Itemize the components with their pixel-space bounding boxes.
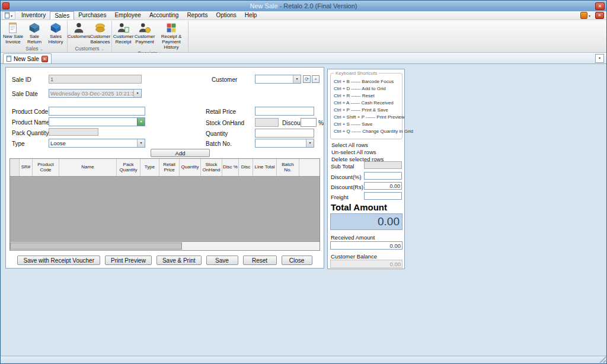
ribbon-group-receipts: Customer Receipt Customer Payment Receip… [112, 21, 189, 52]
total-amount-label: Total Amount [331, 202, 387, 212]
select-all-rows-link[interactable]: Select All rows [331, 142, 368, 148]
grid-column-disc-pct[interactable]: Disc % [222, 159, 239, 176]
ribbon: New Sale Invoice Sale Return Sales Histo… [1, 20, 606, 53]
child-close-button[interactable]: ✕ [595, 12, 604, 19]
menu-tab-inventory[interactable]: Inventory [17, 11, 50, 20]
save-with-receipt-voucher-button[interactable]: Save with Receipt Voucher [17, 256, 100, 265]
stock-onhand-label: Stock OnHand [206, 120, 244, 126]
invoice-icon [7, 21, 20, 34]
batch-no-combobox[interactable]: ▾ [255, 139, 314, 148]
receipt-payment-history-button[interactable]: Receipt & Payment History [155, 21, 187, 50]
discount-input[interactable] [301, 118, 317, 127]
customer-refresh-button[interactable]: ⟳ [303, 75, 311, 83]
grid-header: SR# Product Code Name Pack Quantity Type… [10, 159, 320, 177]
grid-column-product-code[interactable]: Product Code [33, 159, 59, 176]
status-bar [1, 356, 606, 363]
sales-history-button[interactable]: Sales History [45, 21, 66, 45]
grid-column-type[interactable]: Type [140, 159, 159, 176]
menu-tab-sales[interactable]: Sales [50, 11, 74, 20]
product-name-combobox[interactable]: ▾ [49, 117, 145, 126]
customers-button[interactable]: Customers [68, 21, 90, 40]
customer-combobox[interactable]: ▾ [255, 75, 301, 84]
resize-grip[interactable] [599, 356, 606, 363]
document-tab-strip: New Sale ✕ ▾ [1, 53, 606, 64]
chevron-down-icon: ⌄ [101, 47, 104, 51]
shortcut-item: Ctrl + S ------ Save [334, 121, 402, 128]
close-form-button[interactable]: Close [282, 256, 312, 265]
scrollbar-thumb[interactable] [10, 242, 182, 250]
sale-return-button[interactable]: Sale Return [24, 21, 45, 45]
menu-tab-options[interactable]: Options [212, 11, 240, 20]
chevron-down-icon[interactable]: ▾ [293, 75, 301, 83]
batch-no-value [255, 139, 306, 147]
calendar-dropdown-icon[interactable]: ▾ [133, 90, 141, 97]
retail-price-label: Retail Price [206, 108, 236, 115]
received-amount-input[interactable] [330, 241, 402, 250]
ribbon-button-label: Receipt & Payment History [155, 34, 187, 50]
grid-column-sr[interactable]: SR# [20, 159, 33, 176]
customer-balance-label: Customer Balance [331, 253, 377, 260]
grid-horizontal-scrollbar[interactable] [10, 241, 320, 250]
shortcut-item: Ctrl + Q ------ Change Quantity in Grid [334, 128, 402, 135]
grid-column-batch-no[interactable]: Batch No. [277, 159, 299, 176]
customer-receipt-button[interactable]: Customer Receipt [113, 21, 134, 45]
menu-tab-reports[interactable]: Reports [183, 11, 212, 20]
grid-column-stock-onhand[interactable]: Stock OnHand [201, 159, 222, 176]
grid-column-quantity[interactable]: Quantity [180, 159, 201, 176]
close-button[interactable]: ✕ [595, 2, 605, 10]
shortcut-item: Ctrl + D ------ Add to Grid [334, 85, 402, 92]
chevron-down-icon[interactable]: ▾ [306, 139, 314, 147]
menu-tab-employee[interactable]: Employee [110, 11, 145, 20]
ribbon-group-label: Customers [75, 46, 99, 52]
grid-column-name[interactable]: Name [59, 159, 117, 176]
customer-payment-button[interactable]: Customer Payment [134, 21, 155, 45]
window-options-button[interactable]: ▾ [580, 12, 590, 19]
tab-new-sale[interactable]: New Sale ✕ [3, 53, 52, 63]
save-and-print-button[interactable]: Save & Print [156, 256, 202, 265]
person-payment-icon [138, 21, 151, 34]
save-button[interactable]: Save [206, 256, 238, 265]
unselect-all-rows-link[interactable]: Un-select All rows [331, 149, 376, 155]
sub-total-label: Sub Total [331, 163, 354, 170]
product-name-label: Product Name [12, 119, 50, 126]
menu-bar: ▾ Inventory Sales Purchases Employee Acc… [1, 11, 606, 20]
tab-list-dropdown-button[interactable]: ▾ [595, 54, 604, 63]
retail-price-input[interactable] [255, 107, 314, 116]
discount-pct-input[interactable] [364, 172, 402, 180]
sale-form-panel: Sale ID Sale Date Wednesday 03-Dec-2025 … [5, 67, 324, 269]
discount-rs-input[interactable] [364, 182, 402, 190]
tab-close-icon[interactable]: ✕ [41, 56, 48, 62]
customer-balances-button[interactable]: Customer Balances [90, 21, 111, 45]
add-button[interactable]: Add [151, 149, 210, 157]
menu-tab-accounting[interactable]: Accounting [145, 11, 183, 20]
chevron-down-icon[interactable]: ▾ [137, 118, 145, 126]
product-code-input[interactable] [49, 107, 145, 116]
chevron-down-icon[interactable]: ▾ [137, 139, 145, 147]
caret-down-icon: ▾ [589, 14, 590, 18]
new-sale-invoice-button[interactable]: New Sale Invoice [2, 21, 24, 45]
customer-label: Customer [212, 76, 237, 83]
type-label: Type [12, 141, 25, 147]
menu-tab-purchases[interactable]: Purchases [74, 11, 110, 20]
print-preview-button[interactable]: Print Preview [105, 256, 152, 265]
grid-column-disc[interactable]: Disc [239, 159, 253, 176]
app-icon [2, 2, 9, 9]
type-select[interactable]: Loose ▾ [49, 139, 145, 148]
stock-onhand-field [255, 118, 279, 127]
menu-tab-help[interactable]: Help [241, 11, 261, 20]
sub-total-field [364, 161, 402, 169]
reset-button[interactable]: Reset [243, 256, 277, 265]
ribbon-button-label: Sales History [45, 34, 66, 45]
child-window-menu-button[interactable]: ▾ [2, 11, 15, 20]
grid-column-line-total[interactable]: Line Total [253, 159, 277, 176]
return-box-icon [28, 21, 41, 34]
grid-column-retail-price[interactable]: Retail Price [159, 159, 180, 176]
freight-input[interactable] [364, 192, 402, 200]
totals-panel: Keyboard Shortcuts Ctrl + B ------ Barco… [327, 69, 405, 269]
customer-add-button[interactable]: + [312, 75, 320, 83]
multi-cube-icon [165, 21, 178, 34]
sale-date-picker[interactable]: Wednesday 03-Dec-2025 10:21:35 ▾ [49, 89, 142, 98]
grid-column-pack-quantity[interactable]: Pack Quantity [117, 159, 140, 176]
quantity-input[interactable] [255, 129, 314, 138]
grid-body[interactable] [10, 177, 320, 241]
